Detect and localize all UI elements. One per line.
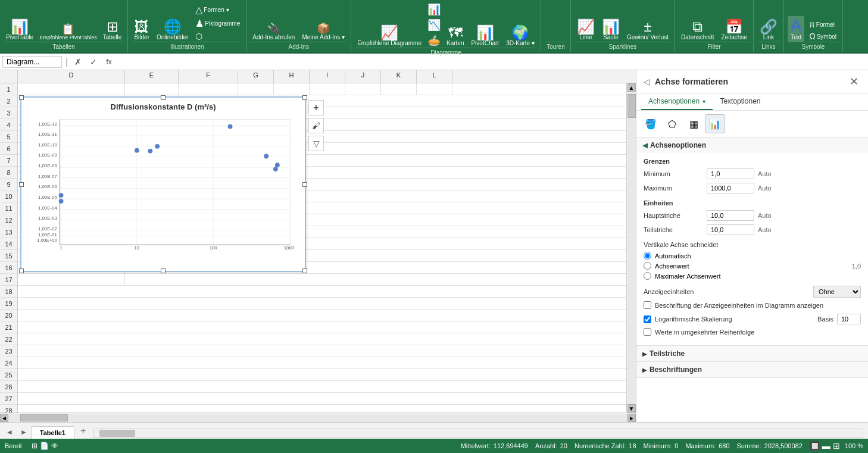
cell-L1[interactable] [417, 83, 452, 95]
saeulenchart-button[interactable]: 📊 [426, 2, 442, 17]
row-12[interactable]: 12 [0, 214, 17, 226]
piktogramme-button[interactable]: ♟ Piktogramme [193, 17, 242, 30]
symbol-button[interactable]: Ω Symbol [807, 31, 839, 42]
recommended-pivots-button[interactable]: 📋 Empfohlene PivotTables [38, 23, 98, 42]
panel-icon-chart[interactable]: 📊 [705, 114, 725, 133]
row-10[interactable]: 10 [0, 190, 17, 202]
name-box[interactable] [2, 56, 62, 68]
col-header-H[interactable]: H [274, 70, 310, 83]
row-8[interactable]: 8 [0, 167, 17, 179]
zoom-out-icon[interactable]: 🔲 [810, 441, 820, 451]
sheet-tab-tabelle1[interactable]: Tabelle1 [31, 426, 74, 439]
vertical-scrollbar[interactable]: ▲ ▼ [626, 83, 636, 413]
datenschnitt-button[interactable]: ⧉ Datenschnitt [679, 18, 717, 42]
scroll-thumb[interactable] [627, 94, 636, 118]
row-26[interactable]: 26 [0, 381, 17, 393]
row-16[interactable]: 16 [0, 262, 17, 274]
horizontal-scrollbar[interactable]: ◄ ► [0, 413, 636, 422]
cell-H1[interactable] [274, 83, 310, 95]
onlinebilder-button[interactable]: 🌐 Onlinebilder [154, 18, 191, 42]
basis-input[interactable] [837, 314, 861, 324]
zoom-in-icon[interactable]: ⊞ [833, 441, 840, 451]
scroll-down-button[interactable]: ▼ [627, 404, 636, 413]
chart-handle-tm[interactable] [161, 95, 166, 100]
empfohlene-diagramme-button[interactable]: 📈 Empfohlene Diagramme [355, 24, 424, 48]
chart-style-button[interactable]: 🖌 [308, 118, 324, 133]
radio-automatisch-input[interactable] [644, 252, 651, 260]
chart-handle-bl[interactable] [19, 268, 24, 273]
chart-handle-bm[interactable] [161, 268, 166, 273]
chart-handle-tl[interactable] [19, 95, 24, 100]
status-icon-cell[interactable]: ⊞ [32, 442, 38, 450]
grenzen-minimum-auto[interactable]: Auto [758, 170, 772, 177]
row-23[interactable]: 23 [0, 345, 17, 357]
scroll-track[interactable] [627, 92, 636, 404]
zoom-slider[interactable]: ▬ [822, 441, 830, 451]
row-22[interactable]: 22 [0, 333, 17, 345]
tab-dropdown-icon[interactable]: ▾ [702, 98, 705, 105]
row-7[interactable]: 7 [0, 155, 17, 167]
row-9[interactable]: 9 [0, 179, 17, 190]
pivot-table-button[interactable]: 📊 PivotTable [4, 18, 36, 42]
col-header-J[interactable]: J [345, 70, 381, 83]
text-button[interactable]: A Text [788, 16, 804, 42]
col-header-I[interactable]: I [310, 70, 345, 83]
col-header-G[interactable]: G [238, 70, 274, 83]
chart-handle-br[interactable] [302, 268, 307, 273]
chart-handle-tr[interactable] [302, 95, 307, 100]
panel-icon-size[interactable]: ▦ [684, 114, 703, 133]
liniechart-button[interactable]: 📉 [426, 18, 442, 32]
grenzen-maximum-auto[interactable]: Auto [758, 185, 772, 192]
chart-handle-mr[interactable] [302, 182, 307, 187]
cell-F1[interactable] [179, 83, 238, 95]
formen-button[interactable]: △ Formen ▾ [193, 4, 242, 16]
confirm-button[interactable]: ✓ [87, 55, 100, 68]
row-25[interactable]: 25 [0, 369, 17, 381]
row-2[interactable]: 2 [0, 95, 17, 107]
col-header-K[interactable]: K [381, 70, 417, 83]
cell-J1[interactable] [345, 83, 381, 95]
row-15[interactable]: 15 [0, 250, 17, 262]
col-header-F[interactable]: F [179, 70, 238, 83]
row-20[interactable]: 20 [0, 310, 17, 321]
row-14[interactable]: 14 [0, 238, 17, 250]
panel-expand-icon[interactable]: ◁ [644, 77, 650, 86]
row-5[interactable]: 5 [0, 131, 17, 143]
panel-close-button[interactable]: ✕ [847, 75, 861, 88]
hauptstriche-input[interactable] [707, 210, 754, 221]
cell-I1[interactable] [310, 83, 345, 95]
teilstriche-auto[interactable]: Auto [758, 226, 772, 233]
radio-maximaler-achsenwert-input[interactable] [644, 272, 651, 280]
anzeigeeinheiten-select[interactable]: Ohne [813, 286, 861, 298]
row-1[interactable]: 1 [0, 83, 17, 95]
karten-button[interactable]: 🗺 Karten [444, 24, 466, 48]
row-17[interactable]: 17 [0, 274, 17, 286]
log-skalierung-checkbox[interactable] [644, 315, 651, 323]
sheet-tab-add-button[interactable]: + [76, 423, 90, 439]
scroll-up-button[interactable]: ▲ [627, 83, 636, 92]
bilder-button[interactable]: 🖼 Bilder [132, 18, 152, 42]
grenzen-maximum-input[interactable] [707, 183, 754, 193]
cell-E1[interactable] [125, 83, 179, 95]
h-scroll-thumb[interactable] [20, 414, 68, 421]
addins-abrufen-button[interactable]: 🔌 Add-Ins abrufen [250, 22, 297, 42]
panel-icon-effects[interactable]: ⬠ [663, 114, 682, 133]
teilstriche-input[interactable] [707, 224, 754, 235]
sheet-scroll-track[interactable] [93, 429, 863, 438]
cell-D1[interactable] [18, 83, 125, 95]
tab-achsenoptionen[interactable]: Achsenoptionen ▾ [641, 93, 713, 110]
col-header-L[interactable]: L [417, 70, 452, 83]
sparkline-gewinn-button[interactable]: ± Gewinn/ Verlust [625, 18, 671, 42]
sparkline-linie-button[interactable]: 📈 Linie [574, 18, 597, 42]
3d-karte-button[interactable]: 🌍 3D-Karte ▾ [504, 24, 537, 48]
sheet-scroll-thumb[interactable] [99, 430, 135, 437]
anzeigeeinheiten-checkbox[interactable] [644, 301, 651, 309]
hauptstriche-auto[interactable]: Auto [758, 212, 772, 219]
meine-addins-button[interactable]: 📦 Meine Add-Ins ▾ [299, 22, 347, 42]
tab-textoptionen[interactable]: Textoptionen [713, 93, 767, 110]
sheet-tab-nav-right[interactable]: ► [17, 426, 31, 439]
scroll-left-button[interactable]: ◄ [0, 414, 8, 422]
status-icon-page[interactable]: 📄 [40, 442, 49, 450]
col-header-D[interactable]: D [18, 70, 125, 83]
pivotchart-button[interactable]: 📊 PivotChart [469, 24, 501, 48]
